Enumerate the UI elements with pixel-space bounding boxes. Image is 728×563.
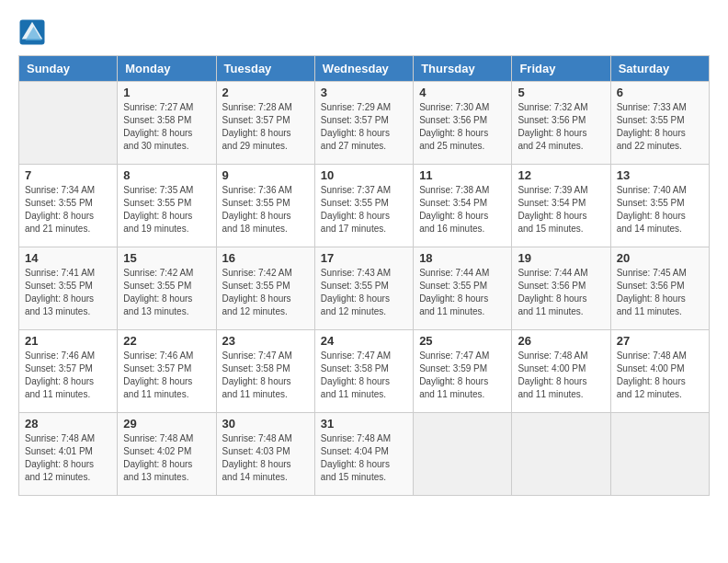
- day-info: Sunrise: 7:47 AMSunset: 3:58 PMDaylight:…: [222, 350, 292, 399]
- day-number: 7: [25, 168, 111, 182]
- day-info: Sunrise: 7:28 AMSunset: 3:57 PMDaylight:…: [222, 102, 292, 151]
- calendar-cell: 1 Sunrise: 7:27 AMSunset: 3:58 PMDayligh…: [118, 82, 216, 165]
- day-info: Sunrise: 7:38 AMSunset: 3:54 PMDaylight:…: [419, 185, 489, 234]
- day-header-monday: Monday: [118, 56, 216, 82]
- day-header-tuesday: Tuesday: [216, 56, 314, 82]
- day-number: 30: [222, 417, 309, 431]
- day-info: Sunrise: 7:27 AMSunset: 3:58 PMDaylight:…: [123, 102, 193, 151]
- day-number: 31: [321, 417, 407, 431]
- day-info: Sunrise: 7:32 AMSunset: 3:56 PMDaylight:…: [518, 102, 587, 151]
- calendar-cell: 14 Sunrise: 7:41 AMSunset: 3:55 PMDaylig…: [19, 247, 118, 330]
- calendar-cell: [414, 413, 512, 496]
- day-header-saturday: Saturday: [610, 56, 709, 82]
- day-info: Sunrise: 7:36 AMSunset: 3:55 PMDaylight:…: [222, 185, 292, 234]
- day-header-wednesday: Wednesday: [314, 56, 413, 82]
- calendar-cell: [610, 413, 709, 496]
- calendar-cell: 4 Sunrise: 7:30 AMSunset: 3:56 PMDayligh…: [414, 82, 512, 165]
- day-header-sunday: Sunday: [19, 56, 118, 82]
- day-number: 26: [518, 334, 604, 348]
- calendar-cell: 22 Sunrise: 7:46 AMSunset: 3:57 PMDaylig…: [118, 330, 216, 413]
- day-info: Sunrise: 7:47 AMSunset: 3:59 PMDaylight:…: [419, 350, 489, 399]
- calendar-cell: 19 Sunrise: 7:44 AMSunset: 3:56 PMDaylig…: [512, 247, 610, 330]
- day-number: 17: [321, 251, 407, 265]
- day-number: 19: [518, 251, 604, 265]
- day-info: Sunrise: 7:48 AMSunset: 4:00 PMDaylight:…: [617, 350, 687, 399]
- calendar-cell: 24 Sunrise: 7:47 AMSunset: 3:58 PMDaylig…: [314, 330, 413, 413]
- day-info: Sunrise: 7:48 AMSunset: 4:03 PMDaylight:…: [222, 433, 292, 482]
- day-number: 18: [419, 251, 506, 265]
- page-header: [18, 18, 710, 46]
- day-info: Sunrise: 7:42 AMSunset: 3:55 PMDaylight:…: [123, 268, 193, 316]
- day-info: Sunrise: 7:48 AMSunset: 4:02 PMDaylight:…: [123, 433, 193, 482]
- calendar-cell: 6 Sunrise: 7:33 AMSunset: 3:55 PMDayligh…: [610, 82, 709, 165]
- calendar-cell: 2 Sunrise: 7:28 AMSunset: 3:57 PMDayligh…: [216, 82, 314, 165]
- day-number: 27: [617, 334, 703, 348]
- calendar-cell: 13 Sunrise: 7:40 AMSunset: 3:55 PMDaylig…: [610, 165, 709, 247]
- calendar-cell: 5 Sunrise: 7:32 AMSunset: 3:56 PMDayligh…: [512, 82, 610, 165]
- day-info: Sunrise: 7:40 AMSunset: 3:55 PMDaylight:…: [617, 185, 687, 234]
- day-info: Sunrise: 7:44 AMSunset: 3:56 PMDaylight:…: [518, 268, 587, 316]
- calendar-cell: 26 Sunrise: 7:48 AMSunset: 4:00 PMDaylig…: [512, 330, 610, 413]
- week-row-2: 7 Sunrise: 7:34 AMSunset: 3:55 PMDayligh…: [19, 165, 710, 247]
- calendar-cell: 15 Sunrise: 7:42 AMSunset: 3:55 PMDaylig…: [118, 247, 216, 330]
- calendar-cell: 11 Sunrise: 7:38 AMSunset: 3:54 PMDaylig…: [414, 165, 512, 247]
- calendar-cell: [19, 82, 118, 165]
- day-number: 12: [518, 168, 604, 182]
- calendar-cell: 30 Sunrise: 7:48 AMSunset: 4:03 PMDaylig…: [216, 413, 314, 496]
- day-info: Sunrise: 7:35 AMSunset: 3:55 PMDaylight:…: [123, 185, 193, 234]
- day-info: Sunrise: 7:34 AMSunset: 3:55 PMDaylight:…: [25, 185, 95, 234]
- calendar-cell: 16 Sunrise: 7:42 AMSunset: 3:55 PMDaylig…: [216, 247, 314, 330]
- day-info: Sunrise: 7:46 AMSunset: 3:57 PMDaylight:…: [123, 350, 193, 399]
- week-row-1: 1 Sunrise: 7:27 AMSunset: 3:58 PMDayligh…: [19, 82, 710, 165]
- day-number: 1: [123, 86, 210, 99]
- day-number: 3: [321, 86, 407, 99]
- day-info: Sunrise: 7:43 AMSunset: 3:55 PMDaylight:…: [321, 268, 391, 316]
- day-info: Sunrise: 7:46 AMSunset: 3:57 PMDaylight:…: [25, 350, 95, 399]
- logo-icon: [18, 18, 46, 46]
- day-info: Sunrise: 7:48 AMSunset: 4:00 PMDaylight:…: [518, 350, 587, 399]
- calendar-cell: 17 Sunrise: 7:43 AMSunset: 3:55 PMDaylig…: [314, 247, 413, 330]
- calendar-cell: 9 Sunrise: 7:36 AMSunset: 3:55 PMDayligh…: [216, 165, 314, 247]
- day-number: 28: [25, 417, 111, 431]
- day-number: 13: [617, 168, 703, 182]
- logo: [18, 18, 50, 46]
- day-info: Sunrise: 7:42 AMSunset: 3:55 PMDaylight:…: [222, 268, 292, 316]
- day-info: Sunrise: 7:48 AMSunset: 4:01 PMDaylight:…: [25, 433, 95, 482]
- day-info: Sunrise: 7:41 AMSunset: 3:55 PMDaylight:…: [25, 268, 95, 316]
- day-info: Sunrise: 7:30 AMSunset: 3:56 PMDaylight:…: [419, 102, 489, 151]
- day-number: 10: [321, 168, 407, 182]
- calendar-cell: 31 Sunrise: 7:48 AMSunset: 4:04 PMDaylig…: [314, 413, 413, 496]
- day-info: Sunrise: 7:44 AMSunset: 3:55 PMDaylight:…: [419, 268, 489, 316]
- calendar-cell: 23 Sunrise: 7:47 AMSunset: 3:58 PMDaylig…: [216, 330, 314, 413]
- day-number: 15: [123, 251, 210, 265]
- calendar-cell: 29 Sunrise: 7:48 AMSunset: 4:02 PMDaylig…: [118, 413, 216, 496]
- day-number: 8: [123, 168, 210, 182]
- calendar-cell: 10 Sunrise: 7:37 AMSunset: 3:55 PMDaylig…: [314, 165, 413, 247]
- calendar-cell: 20 Sunrise: 7:45 AMSunset: 3:56 PMDaylig…: [610, 247, 709, 330]
- day-header-friday: Friday: [512, 56, 610, 82]
- day-number: 16: [222, 251, 309, 265]
- day-number: 4: [419, 86, 506, 99]
- day-number: 29: [123, 417, 210, 431]
- calendar-cell: 28 Sunrise: 7:48 AMSunset: 4:01 PMDaylig…: [19, 413, 118, 496]
- day-info: Sunrise: 7:39 AMSunset: 3:54 PMDaylight:…: [518, 185, 587, 234]
- calendar-cell: 18 Sunrise: 7:44 AMSunset: 3:55 PMDaylig…: [414, 247, 512, 330]
- calendar-cell: 27 Sunrise: 7:48 AMSunset: 4:00 PMDaylig…: [610, 330, 709, 413]
- day-number: 24: [321, 334, 407, 348]
- day-info: Sunrise: 7:47 AMSunset: 3:58 PMDaylight:…: [321, 350, 391, 399]
- day-number: 6: [617, 86, 703, 99]
- week-row-3: 14 Sunrise: 7:41 AMSunset: 3:55 PMDaylig…: [19, 247, 710, 330]
- day-info: Sunrise: 7:45 AMSunset: 3:56 PMDaylight:…: [617, 268, 687, 316]
- day-number: 23: [222, 334, 309, 348]
- day-info: Sunrise: 7:48 AMSunset: 4:04 PMDaylight:…: [321, 433, 391, 482]
- day-number: 20: [617, 251, 703, 265]
- day-number: 2: [222, 86, 309, 99]
- calendar-cell: 7 Sunrise: 7:34 AMSunset: 3:55 PMDayligh…: [19, 165, 118, 247]
- day-number: 9: [222, 168, 309, 182]
- calendar-cell: 21 Sunrise: 7:46 AMSunset: 3:57 PMDaylig…: [19, 330, 118, 413]
- day-number: 14: [25, 251, 111, 265]
- day-header-thursday: Thursday: [414, 56, 512, 82]
- day-info: Sunrise: 7:33 AMSunset: 3:55 PMDaylight:…: [617, 102, 687, 151]
- day-number: 11: [419, 168, 506, 182]
- week-row-5: 28 Sunrise: 7:48 AMSunset: 4:01 PMDaylig…: [19, 413, 710, 496]
